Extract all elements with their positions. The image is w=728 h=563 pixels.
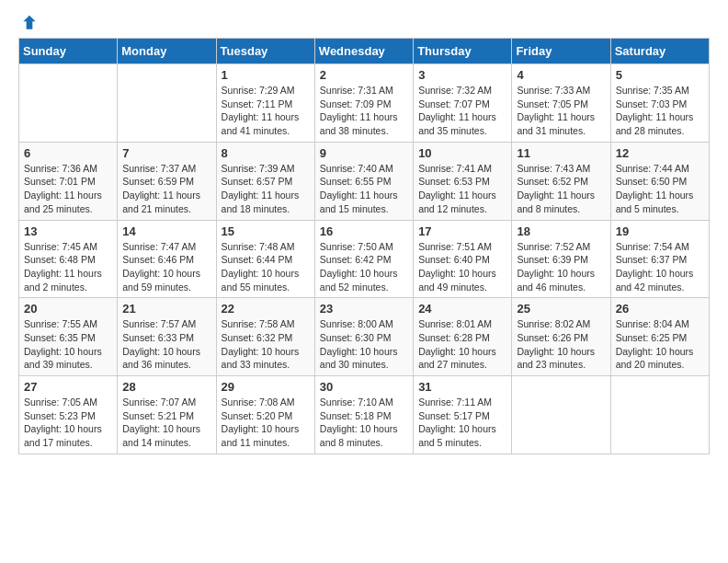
calendar-cell: 1Sunrise: 7:29 AMSunset: 7:11 PMDaylight… bbox=[216, 64, 314, 143]
calendar-cell: 23Sunrise: 8:00 AMSunset: 6:30 PMDayligh… bbox=[314, 298, 413, 376]
column-header-thursday: Thursday bbox=[414, 39, 512, 64]
calendar-body: 1Sunrise: 7:29 AMSunset: 7:11 PMDaylight… bbox=[19, 64, 710, 454]
calendar-cell bbox=[19, 64, 118, 143]
day-info: Sunrise: 7:35 AMSunset: 7:03 PMDaylight:… bbox=[616, 84, 704, 138]
calendar-cell: 14Sunrise: 7:47 AMSunset: 6:46 PMDayligh… bbox=[118, 220, 216, 298]
calendar-cell: 16Sunrise: 7:50 AMSunset: 6:42 PMDayligh… bbox=[314, 220, 413, 298]
day-number: 4 bbox=[517, 68, 605, 82]
calendar-cell: 2Sunrise: 7:31 AMSunset: 7:09 PMDaylight… bbox=[314, 64, 413, 143]
day-info: Sunrise: 7:07 AMSunset: 5:21 PMDaylight:… bbox=[122, 396, 210, 450]
calendar-cell bbox=[512, 376, 610, 454]
day-info: Sunrise: 7:43 AMSunset: 6:52 PMDaylight:… bbox=[517, 162, 605, 216]
week-row: 20Sunrise: 7:55 AMSunset: 6:35 PMDayligh… bbox=[19, 298, 710, 376]
calendar-cell: 31Sunrise: 7:11 AMSunset: 5:17 PMDayligh… bbox=[414, 376, 512, 454]
day-info: Sunrise: 7:52 AMSunset: 6:39 PMDaylight:… bbox=[517, 240, 605, 294]
day-info: Sunrise: 7:36 AMSunset: 7:01 PMDaylight:… bbox=[24, 162, 112, 216]
day-number: 6 bbox=[24, 146, 112, 160]
day-info: Sunrise: 7:10 AMSunset: 5:18 PMDaylight:… bbox=[320, 396, 408, 450]
calendar-cell: 13Sunrise: 7:45 AMSunset: 6:48 PMDayligh… bbox=[19, 220, 118, 298]
day-info: Sunrise: 7:08 AMSunset: 5:20 PMDaylight:… bbox=[222, 396, 310, 450]
calendar-cell: 26Sunrise: 8:04 AMSunset: 6:25 PMDayligh… bbox=[610, 298, 709, 376]
day-number: 9 bbox=[320, 146, 408, 160]
day-info: Sunrise: 7:40 AMSunset: 6:55 PMDaylight:… bbox=[320, 162, 408, 216]
header-row: SundayMondayTuesdayWednesdayThursdayFrid… bbox=[19, 39, 710, 64]
day-number: 23 bbox=[320, 302, 408, 316]
week-row: 6Sunrise: 7:36 AMSunset: 7:01 PMDaylight… bbox=[19, 142, 710, 220]
day-info: Sunrise: 7:37 AMSunset: 6:59 PMDaylight:… bbox=[122, 162, 210, 216]
column-header-wednesday: Wednesday bbox=[314, 39, 413, 64]
day-info: Sunrise: 7:45 AMSunset: 6:48 PMDaylight:… bbox=[24, 240, 112, 294]
calendar-cell: 7Sunrise: 7:37 AMSunset: 6:59 PMDaylight… bbox=[118, 142, 216, 220]
day-number: 30 bbox=[320, 380, 408, 394]
calendar-cell: 12Sunrise: 7:44 AMSunset: 6:50 PMDayligh… bbox=[610, 142, 709, 220]
day-number: 15 bbox=[222, 224, 310, 238]
day-info: Sunrise: 8:02 AMSunset: 6:26 PMDaylight:… bbox=[517, 317, 605, 372]
day-info: Sunrise: 7:57 AMSunset: 6:33 PMDaylight:… bbox=[122, 317, 210, 372]
day-number: 21 bbox=[122, 302, 210, 316]
day-info: Sunrise: 7:48 AMSunset: 6:44 PMDaylight:… bbox=[222, 240, 310, 294]
day-number: 24 bbox=[418, 302, 506, 316]
calendar-cell: 3Sunrise: 7:32 AMSunset: 7:07 PMDaylight… bbox=[414, 64, 512, 143]
column-header-friday: Friday bbox=[512, 39, 610, 64]
day-number: 28 bbox=[122, 380, 210, 394]
page-header bbox=[18, 14, 710, 29]
day-info: Sunrise: 7:51 AMSunset: 6:40 PMDaylight:… bbox=[418, 240, 506, 294]
day-number: 20 bbox=[24, 302, 112, 316]
column-header-sunday: Sunday bbox=[19, 39, 118, 64]
calendar-cell: 21Sunrise: 7:57 AMSunset: 6:33 PMDayligh… bbox=[118, 298, 216, 376]
day-info: Sunrise: 7:39 AMSunset: 6:57 PMDaylight:… bbox=[222, 162, 310, 216]
day-info: Sunrise: 7:29 AMSunset: 7:11 PMDaylight:… bbox=[222, 84, 310, 138]
day-number: 16 bbox=[320, 224, 408, 238]
day-number: 19 bbox=[616, 224, 704, 238]
day-info: Sunrise: 7:47 AMSunset: 6:46 PMDaylight:… bbox=[122, 240, 210, 294]
day-number: 5 bbox=[616, 68, 704, 82]
day-number: 29 bbox=[222, 380, 310, 394]
day-number: 10 bbox=[418, 146, 506, 160]
column-header-monday: Monday bbox=[118, 39, 216, 64]
calendar-cell: 5Sunrise: 7:35 AMSunset: 7:03 PMDaylight… bbox=[610, 64, 709, 143]
logo bbox=[18, 14, 39, 29]
calendar-cell: 29Sunrise: 7:08 AMSunset: 5:20 PMDayligh… bbox=[216, 376, 314, 454]
day-info: Sunrise: 8:04 AMSunset: 6:25 PMDaylight:… bbox=[616, 317, 704, 372]
calendar-cell: 19Sunrise: 7:54 AMSunset: 6:37 PMDayligh… bbox=[610, 220, 709, 298]
calendar-cell: 11Sunrise: 7:43 AMSunset: 6:52 PMDayligh… bbox=[512, 142, 610, 220]
day-info: Sunrise: 8:01 AMSunset: 6:28 PMDaylight:… bbox=[418, 317, 506, 372]
day-info: Sunrise: 7:33 AMSunset: 7:05 PMDaylight:… bbox=[517, 84, 605, 138]
calendar-table: SundayMondayTuesdayWednesdayThursdayFrid… bbox=[18, 38, 710, 454]
calendar-cell bbox=[118, 64, 216, 143]
page-container: SundayMondayTuesdayWednesdayThursdayFrid… bbox=[0, 0, 728, 468]
calendar-cell: 10Sunrise: 7:41 AMSunset: 6:53 PMDayligh… bbox=[414, 142, 512, 220]
day-number: 7 bbox=[122, 146, 210, 160]
column-header-saturday: Saturday bbox=[610, 39, 709, 64]
calendar-cell: 30Sunrise: 7:10 AMSunset: 5:18 PMDayligh… bbox=[314, 376, 413, 454]
calendar-cell: 9Sunrise: 7:40 AMSunset: 6:55 PMDaylight… bbox=[314, 142, 413, 220]
day-number: 12 bbox=[616, 146, 704, 160]
day-info: Sunrise: 7:58 AMSunset: 6:32 PMDaylight:… bbox=[222, 317, 310, 372]
day-info: Sunrise: 7:44 AMSunset: 6:50 PMDaylight:… bbox=[616, 162, 704, 216]
day-number: 8 bbox=[222, 146, 310, 160]
day-info: Sunrise: 8:00 AMSunset: 6:30 PMDaylight:… bbox=[320, 317, 408, 372]
day-number: 31 bbox=[418, 380, 506, 394]
calendar-cell: 27Sunrise: 7:05 AMSunset: 5:23 PMDayligh… bbox=[19, 376, 118, 454]
calendar-cell: 24Sunrise: 8:01 AMSunset: 6:28 PMDayligh… bbox=[414, 298, 512, 376]
day-number: 13 bbox=[24, 224, 112, 238]
calendar-cell: 8Sunrise: 7:39 AMSunset: 6:57 PMDaylight… bbox=[216, 142, 314, 220]
calendar-cell: 18Sunrise: 7:52 AMSunset: 6:39 PMDayligh… bbox=[512, 220, 610, 298]
day-info: Sunrise: 7:32 AMSunset: 7:07 PMDaylight:… bbox=[418, 84, 506, 138]
calendar-cell: 22Sunrise: 7:58 AMSunset: 6:32 PMDayligh… bbox=[216, 298, 314, 376]
day-number: 26 bbox=[616, 302, 704, 316]
day-number: 17 bbox=[418, 224, 506, 238]
day-number: 14 bbox=[122, 224, 210, 238]
calendar-cell: 28Sunrise: 7:07 AMSunset: 5:21 PMDayligh… bbox=[118, 376, 216, 454]
day-number: 2 bbox=[320, 68, 408, 82]
calendar-cell: 20Sunrise: 7:55 AMSunset: 6:35 PMDayligh… bbox=[19, 298, 118, 376]
day-info: Sunrise: 7:54 AMSunset: 6:37 PMDaylight:… bbox=[616, 240, 704, 294]
day-number: 3 bbox=[418, 68, 506, 82]
day-info: Sunrise: 7:05 AMSunset: 5:23 PMDaylight:… bbox=[24, 396, 112, 450]
logo-icon bbox=[20, 14, 39, 32]
week-row: 27Sunrise: 7:05 AMSunset: 5:23 PMDayligh… bbox=[19, 376, 710, 454]
calendar-header: SundayMondayTuesdayWednesdayThursdayFrid… bbox=[19, 39, 710, 64]
day-info: Sunrise: 7:50 AMSunset: 6:42 PMDaylight:… bbox=[320, 240, 408, 294]
day-info: Sunrise: 7:41 AMSunset: 6:53 PMDaylight:… bbox=[418, 162, 506, 216]
column-header-tuesday: Tuesday bbox=[216, 39, 314, 64]
